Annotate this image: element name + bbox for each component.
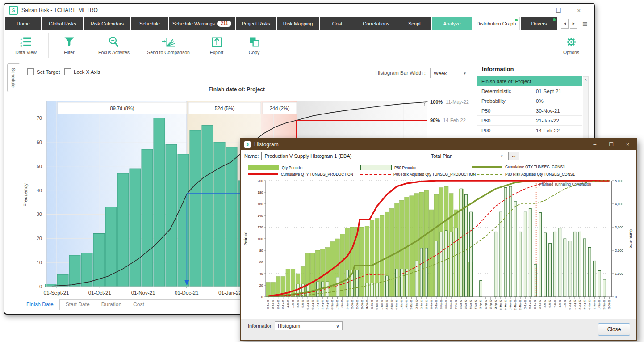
caret-down-icon: ▾ bbox=[464, 71, 466, 76]
toolbar-button-label: Send to Comparison bbox=[147, 50, 190, 55]
svg-text:26-Dec-21: 26-Dec-21 bbox=[410, 300, 413, 310]
svg-text:25-Sep-22: 25-Sep-22 bbox=[603, 300, 606, 310]
info-row-key: P90 bbox=[477, 128, 536, 133]
info-row-key: P50 bbox=[477, 108, 536, 114]
send-to-comparison-icon bbox=[161, 36, 176, 48]
schedule-side-tab[interactable]: Schedule bbox=[7, 63, 20, 92]
svg-text:01-Aug-21: 01-Aug-21 bbox=[307, 300, 309, 310]
tab-schedule[interactable]: Schedule bbox=[131, 17, 168, 30]
bottom-tab-duration[interactable]: Duration bbox=[96, 299, 127, 310]
browse-button[interactable]: ... bbox=[508, 152, 519, 160]
tab-label: Script bbox=[408, 21, 421, 26]
set-target-checkbox[interactable]: Set Target bbox=[27, 68, 60, 75]
tab-script[interactable]: Script bbox=[397, 17, 431, 30]
tab-next-icon[interactable]: ▶ bbox=[570, 19, 577, 29]
tab-global-risks[interactable]: Global Risks bbox=[42, 17, 83, 30]
svg-text:31-Oct-21: 31-Oct-21 bbox=[371, 300, 373, 309]
tab-prev-icon[interactable]: ◀ bbox=[561, 19, 569, 29]
data-view-button[interactable]: 123Data View bbox=[4, 32, 47, 59]
send-to-comparison-button[interactable]: Send to Comparison bbox=[141, 32, 196, 59]
toolbar-separator bbox=[48, 33, 49, 58]
info-row-p50[interactable]: P5030-Nov-21 bbox=[477, 106, 582, 116]
svg-text:27-Feb-22: 27-Feb-22 bbox=[455, 300, 457, 310]
legend-swatch-icon bbox=[248, 165, 279, 170]
svg-text:0: 0 bbox=[261, 295, 263, 299]
histogram-info-select[interactable]: Histogram ∨ bbox=[275, 321, 343, 330]
legend-label: Cumulative QTY TUNSEG_PRODUCTION bbox=[281, 172, 353, 177]
tab-project-risks[interactable]: Project Risks bbox=[236, 17, 276, 30]
tab-schedule-warnings[interactable]: Schedule Warnings211 bbox=[169, 17, 235, 30]
maximize-icon[interactable]: ☐ bbox=[556, 7, 561, 14]
svg-text:10: 10 bbox=[37, 260, 42, 265]
tab-analyze[interactable]: Analyze bbox=[432, 17, 472, 30]
info-row-probability[interactable]: Probability0% bbox=[477, 96, 582, 106]
tab-distribution-graph[interactable]: Distribution Graph bbox=[473, 17, 520, 30]
filter-button[interactable]: Filter bbox=[50, 32, 89, 59]
close-button[interactable]: Close bbox=[598, 323, 630, 336]
svg-text:23-Jan-22: 23-Jan-22 bbox=[431, 300, 433, 309]
copy-button[interactable]: Copy bbox=[235, 32, 273, 59]
legend-label: P80 Periodic bbox=[394, 165, 416, 170]
histogram-window-title: Histogram bbox=[254, 141, 279, 148]
info-row-p80[interactable]: P8021-Jan-22 bbox=[477, 116, 582, 126]
green-dot-icon bbox=[515, 19, 518, 21]
histogram-bar-width-select[interactable]: Week ▾ bbox=[430, 68, 469, 78]
menu-icon[interactable]: ≡ bbox=[582, 19, 588, 28]
tab-label: Global Risks bbox=[49, 21, 76, 26]
histogram-name-value: Production V Supply Histogram 1 (DBA) bbox=[264, 153, 351, 159]
svg-text:15-Aug-21: 15-Aug-21 bbox=[317, 300, 319, 310]
svg-text:27-Mar-22: 27-Mar-22 bbox=[475, 300, 477, 310]
info-row-key: Deterministic bbox=[477, 89, 536, 94]
svg-text:140: 140 bbox=[257, 214, 263, 218]
close-icon[interactable]: × bbox=[577, 7, 581, 14]
minimize-icon[interactable]: – bbox=[537, 7, 540, 14]
svg-text:03-Oct-21: 03-Oct-21 bbox=[351, 300, 354, 309]
svg-text:01-Sept-21: 01-Sept-21 bbox=[44, 290, 69, 296]
tab-correlations[interactable]: Correlations bbox=[355, 17, 397, 30]
svg-text:26-Jun-22: 26-Jun-22 bbox=[539, 300, 541, 309]
safran-logo-icon: S bbox=[244, 141, 251, 148]
legend-item-cumulative-qty-tunseg-cons1: Cumulative QTY TUNSEG_CONS1 bbox=[472, 165, 565, 169]
svg-text:08-May-22: 08-May-22 bbox=[505, 300, 507, 310]
minimize-icon[interactable]: – bbox=[594, 141, 597, 148]
svg-text:13-Jun-21: 13-Jun-21 bbox=[272, 300, 274, 309]
export-button[interactable]: Export bbox=[198, 32, 235, 59]
svg-text:180: 180 bbox=[257, 190, 263, 194]
information-selected-row[interactable]: Finish date of: Project bbox=[477, 76, 582, 86]
focus-activites-button[interactable]: Focus Activites bbox=[89, 32, 139, 59]
set-target-checkbox-box[interactable] bbox=[27, 68, 34, 75]
planned-completion-label: Planned Tunneling Completion bbox=[539, 182, 591, 186]
toolbar-button-label: Options bbox=[563, 50, 579, 55]
svg-text:30: 30 bbox=[37, 211, 42, 217]
scroll-up-icon[interactable]: ∧ bbox=[585, 78, 587, 82]
toolbar-button-label: Filter bbox=[64, 50, 74, 55]
bottom-tab-start-date[interactable]: Start Date bbox=[60, 299, 96, 310]
maximize-icon[interactable]: ☐ bbox=[609, 141, 614, 148]
tab-drivers[interactable]: Drivers bbox=[521, 17, 557, 30]
tab-label: Analyze bbox=[443, 21, 460, 26]
tab-risk-mapping[interactable]: Risk Mapping bbox=[277, 17, 319, 30]
svg-text:21-Nov-21: 21-Nov-21 bbox=[386, 300, 388, 310]
close-icon[interactable]: × bbox=[626, 141, 629, 148]
histogram-info-value: Histogram bbox=[278, 323, 300, 329]
chevron-down-icon: ∨ bbox=[336, 323, 339, 329]
svg-text:31-Jul-22: 31-Jul-22 bbox=[564, 300, 566, 309]
svg-text:10-Apr-22: 10-Apr-22 bbox=[485, 300, 487, 309]
info-row-p90[interactable]: P9014-Feb-22 bbox=[477, 126, 582, 135]
lock-x-axis-checkbox[interactable]: Lock X Axis bbox=[64, 68, 100, 75]
tab-cost[interactable]: Cost bbox=[320, 17, 355, 30]
lock-x-axis-checkbox-box[interactable] bbox=[64, 68, 71, 75]
info-row-deterministic[interactable]: Deterministic01-Sept-21 bbox=[477, 86, 582, 96]
options-button[interactable]: Options bbox=[556, 32, 587, 59]
options-gear-icon bbox=[565, 36, 578, 48]
svg-text:02-Jan-22: 02-Jan-22 bbox=[416, 300, 418, 309]
svg-text:Frequency: Frequency bbox=[23, 183, 28, 207]
tab-home[interactable]: Home bbox=[5, 17, 41, 30]
bottom-tab-finish-date[interactable]: Finish Date bbox=[21, 299, 60, 310]
svg-text:40: 40 bbox=[259, 272, 263, 276]
svg-text:14-Aug-22: 14-Aug-22 bbox=[574, 300, 576, 310]
histogram-bar-width-value: Week bbox=[434, 71, 447, 76]
info-row-value: 01-Sept-21 bbox=[536, 89, 561, 94]
tab-risk-calendars[interactable]: Risk Calendars bbox=[84, 17, 130, 30]
bottom-tab-cost[interactable]: Cost bbox=[127, 299, 150, 310]
